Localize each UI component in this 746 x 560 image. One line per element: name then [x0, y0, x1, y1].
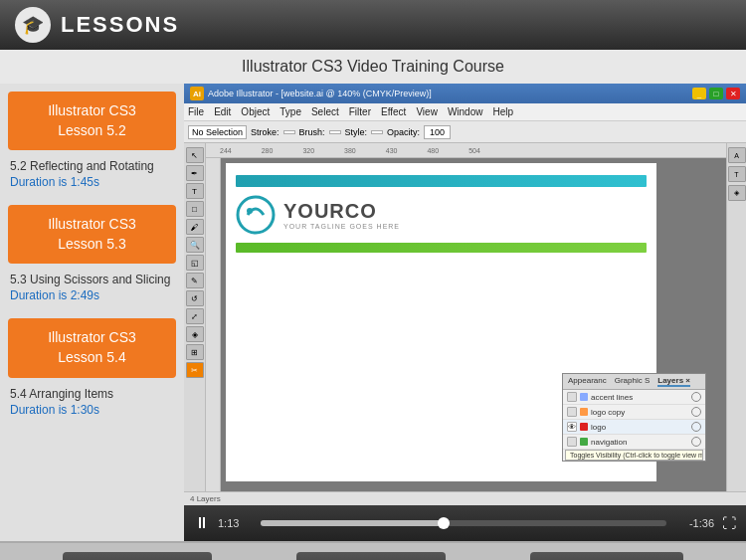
layer-row-logocopy: logo copy [563, 405, 705, 420]
ai-right-tools: A T ◈ [726, 143, 746, 491]
tool-type[interactable]: T [186, 183, 204, 199]
toolbar-stroke-value [283, 130, 295, 134]
tool-blend[interactable]: ◈ [186, 326, 204, 342]
pause-button[interactable]: ⏸ [194, 514, 210, 532]
toolbar-style-label: Style: [345, 127, 368, 137]
menu-type[interactable]: Type [280, 106, 301, 117]
svg-point-1 [247, 208, 253, 214]
toolbar-style-value [371, 130, 383, 134]
tool-brush[interactable]: 🖌 [186, 219, 204, 235]
layer-circle-logocopy [691, 407, 701, 417]
ai-window-title: Adobe Illustrator - [website.ai @ 140% (… [208, 89, 432, 98]
menu-view[interactable]: View [416, 106, 438, 117]
page-title: Illustrator CS3 Video Training Course [0, 50, 746, 84]
layer-row-accent: accent lines [563, 390, 705, 405]
yourco-logo: YOURCO YOUR TAGLINE GOES HERE [236, 195, 647, 235]
logo-text-area: YOURCO YOUR TAGLINE GOES HERE [283, 200, 400, 230]
video-controls: ⏸ 1:13 -1:36 ⛶ [184, 505, 746, 541]
lesson-duration-53: Duration is 2:49s [10, 288, 174, 302]
layer-name-nav: navigation [591, 438, 688, 447]
lesson-title-53: 5.3 Using Scissors and Slicing [10, 273, 174, 286]
sidebar[interactable]: Illustrator CS3 Lesson 5.2 5.2 Reflectin… [0, 84, 184, 541]
menu-file[interactable]: File [188, 106, 204, 117]
toolbar-opacity-label: Opacity: [387, 127, 420, 137]
right-tool-2[interactable]: T [728, 166, 746, 182]
tool-shape[interactable]: □ [186, 201, 204, 217]
layers-tab-appearance[interactable]: Appearanc [568, 376, 607, 387]
lesson-info-54: 5.4 Arranging Items Duration is 1:30s [0, 382, 184, 425]
layers-header: Appearanc Graphic S Layers × [563, 374, 705, 390]
lesson-info-52: 5.2 Reflecting and Rotating Duration is … [0, 154, 184, 197]
video-area: Ai Adobe Illustrator - [website.ai @ 140… [184, 84, 746, 541]
layer-eye-accent[interactable] [567, 392, 577, 402]
layer-circle-nav [691, 437, 701, 447]
ai-body: ↖ ✒ T □ 🖌 🔍 ◱ ✎ ↺ ⤢ ◈ ⊞ ✂ [184, 143, 746, 491]
layer-row-logo: 👁 logo [563, 420, 705, 435]
teal-bar-top [236, 175, 647, 187]
layer-name-accent: accent lines [591, 393, 688, 402]
logo-icon: 🎓 [15, 7, 51, 43]
about-button[interactable]: About us [63, 552, 212, 561]
other-courses-button[interactable]: Other courses [530, 552, 684, 561]
my-course-button[interactable]: My course [296, 552, 446, 561]
logo-area: 🎓 LESSONS [15, 7, 179, 43]
lesson-card-54[interactable]: Illustrator CS3 Lesson 5.4 [8, 318, 176, 377]
menu-window[interactable]: Window [448, 106, 483, 117]
layers-panel: Appearanc Graphic S Layers × accent line… [562, 373, 706, 462]
layer-eye-logo[interactable]: 👁 [567, 422, 577, 432]
progress-thumb[interactable] [438, 517, 450, 529]
lesson-card-52[interactable]: Illustrator CS3 Lesson 5.2 [8, 92, 176, 150]
green-bar [236, 243, 647, 253]
logo-main-text: YOURCO [283, 200, 400, 223]
toolbar-brush-value [329, 130, 341, 134]
ruler-v [206, 158, 221, 491]
layers-tab-graphics[interactable]: Graphic S [615, 376, 651, 387]
current-time: 1:13 [218, 517, 253, 529]
bottom-nav: About us My course Other courses [0, 541, 746, 560]
layers-tab-layers[interactable]: Layers × [657, 376, 690, 387]
maximize-button[interactable]: □ [709, 88, 723, 99]
layer-eye-logocopy[interactable] [567, 407, 577, 417]
lesson-card-53[interactable]: Illustrator CS3 Lesson 5.3 [8, 205, 176, 264]
tool-eyedrop[interactable]: ✎ [186, 273, 204, 288]
header: 🎓 LESSONS [0, 0, 746, 50]
layer-circle-logo [691, 422, 701, 432]
progress-fill [261, 520, 444, 526]
ai-title-left: Ai Adobe Illustrator - [website.ai @ 140… [190, 87, 432, 100]
tool-scissors[interactable]: ✂ [186, 362, 204, 378]
right-tool-3[interactable]: ◈ [728, 185, 746, 201]
toolbar-opacity-value: 100 [424, 125, 451, 139]
layer-name-logocopy: logo copy [591, 408, 688, 417]
tool-gradient[interactable]: ◱ [186, 255, 204, 271]
menu-filter[interactable]: Filter [349, 106, 371, 117]
ruler-h: 244 280 320 380 430 480 504 [206, 143, 726, 158]
tooltip-bar: Toggles Visibility (Ctrl-click to toggle… [565, 450, 703, 461]
layer-eye-nav[interactable] [567, 437, 577, 447]
tool-select[interactable]: ↖ [186, 147, 204, 163]
tool-zoom[interactable]: 🔍 [186, 237, 204, 253]
menu-object[interactable]: Object [241, 106, 270, 117]
tool-pen[interactable]: ✒ [186, 165, 204, 181]
menu-effect[interactable]: Effect [381, 106, 406, 117]
minimize-button[interactable]: _ [692, 88, 706, 99]
close-button[interactable]: ✕ [726, 88, 740, 99]
tool-mesh[interactable]: ⊞ [186, 344, 204, 360]
ai-left-tools: ↖ ✒ T □ 🖌 🔍 ◱ ✎ ↺ ⤢ ◈ ⊞ ✂ [184, 143, 206, 491]
layers-count: 4 Layers [190, 494, 221, 503]
canvas-content: YOURCO YOUR TAGLINE GOES HERE [226, 163, 656, 269]
tool-rotate[interactable]: ↺ [186, 290, 204, 306]
ai-title-bar: Ai Adobe Illustrator - [website.ai @ 140… [184, 84, 746, 103]
menu-select[interactable]: Select [311, 106, 339, 117]
right-tool-1[interactable]: A [728, 147, 746, 163]
tool-scale[interactable]: ⤢ [186, 308, 204, 324]
ai-toolbar: No Selection Stroke: Brush: Style: Opaci… [184, 121, 746, 143]
lesson-duration-54: Duration is 1:30s [10, 403, 174, 417]
fullscreen-button[interactable]: ⛶ [722, 515, 736, 531]
lesson-title-54: 5.4 Arranging Items [10, 387, 174, 401]
menu-edit[interactable]: Edit [214, 106, 231, 117]
window-controls: _ □ ✕ [692, 88, 740, 99]
menu-help[interactable]: Help [492, 106, 513, 117]
ai-canvas-area: 244 280 320 380 430 480 504 [206, 143, 726, 491]
layer-color-nav [580, 438, 588, 446]
progress-bar[interactable] [261, 520, 666, 526]
